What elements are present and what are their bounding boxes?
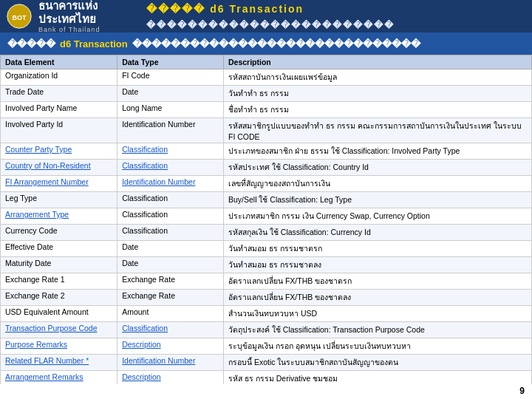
cell-type: Amount xyxy=(117,306,224,322)
cell-type: Classification xyxy=(117,160,224,176)
cell-element: Exchange Rate 1 xyxy=(1,273,117,290)
cell-element: Country of Non-Resident xyxy=(1,160,117,176)
cell-type: Date xyxy=(117,257,224,273)
col-header-element: Data Element xyxy=(1,55,117,69)
table-row: Effective DateDateวันทำสมอม ธร กรรมชาตรก xyxy=(1,241,532,257)
slide-title-prefix: ����� xyxy=(7,38,55,50)
table-row: Country of Non-ResidentClassificationรหั… xyxy=(1,160,532,176)
table-row: Involved Party NameLong Nameชื่อทำทำ ธร … xyxy=(1,102,532,118)
page-header: BOT ธนาคารแห่งประเทศไทย Bank of Thailand… xyxy=(0,0,532,33)
cell-element: Transaction Purpose Code xyxy=(1,322,117,338)
table-row: Maturity DateDateวันทำสมอม ธร กรรมชาตลง xyxy=(1,257,532,273)
cell-description: ประเภทของสมาชิก ฝ่าย ธรรม ใช้ Classifica… xyxy=(223,143,531,160)
table-row: Transaction Purpose CodeClassificationวั… xyxy=(1,322,532,338)
cell-description: รหัสสกุลเงิน ใช้ Classification: Currenc… xyxy=(223,225,531,241)
col-header-description: Description xyxy=(223,55,531,69)
cell-description: รหัสสถาบันการเงินเผยแพร่ข้อมูล xyxy=(223,69,531,86)
cell-element: Involved Party Id xyxy=(1,118,117,143)
cell-type: Date xyxy=(117,86,224,102)
cell-type: Date xyxy=(117,241,224,257)
table-row: Counter Party TypeClassificationประเภทขอ… xyxy=(1,143,532,160)
table-row: Leg TypeClassificationBuy/Sell ใช้ Class… xyxy=(1,192,532,208)
cell-description: วันทำสมอม ธร กรรมชาตรก xyxy=(223,241,531,257)
table-row: Purpose RemarksDescriptionระบุข้อมูลเงิน… xyxy=(1,338,532,355)
page-footer: 9 xyxy=(519,386,525,396)
bank-logo: BOT xyxy=(6,3,33,30)
slide-title-bar: ����� d6 Transaction �������������������… xyxy=(0,33,532,55)
cell-element: Effective Date xyxy=(1,241,117,257)
cell-element: Involved Party Name xyxy=(1,102,117,118)
main-table-container: Data Element Data Type Description Organ… xyxy=(0,55,532,384)
header-title-extra: ������������������������ xyxy=(146,20,395,30)
header-title-text: ����� d6 Transaction xyxy=(146,3,304,15)
cell-description: อัตราแลกเปลี่ยน FX/THB ของชาตรก xyxy=(223,273,531,290)
header-bank-name-th: ธนาคารแห่งประเทศไทย xyxy=(38,0,146,26)
col-header-type: Data Type xyxy=(117,55,224,69)
cell-type: Classification xyxy=(117,225,224,241)
cell-element: Counter Party Type xyxy=(1,143,117,160)
cell-element: Trade Date xyxy=(1,86,117,102)
cell-description: รหัส ธร กรรม Derivative ชมชอม xyxy=(223,371,531,385)
cell-description: สำนวนเงินทบทวบหา USD xyxy=(223,306,531,322)
cell-type: Description xyxy=(117,371,224,385)
cell-element: Exchange Rate 2 xyxy=(1,290,117,306)
cell-element: Arrangement Remarks xyxy=(1,371,117,385)
table-row: USD Equivalent AmountAmountสำนวนเงินทบทว… xyxy=(1,306,532,322)
cell-element: Leg Type xyxy=(1,192,117,208)
header-bank-info: ธนาคารแห่งประเทศไทย Bank of Thailand xyxy=(38,0,146,33)
cell-description: วันทำสมอม ธร กรรมชาตลง xyxy=(223,257,531,273)
cell-type: Classification xyxy=(117,208,224,225)
table-row: Exchange Rate 2Exchange Rateอัตราแลกเปลี… xyxy=(1,290,532,306)
cell-type: Identification Number xyxy=(117,176,224,192)
cell-element: Maturity Date xyxy=(1,257,117,273)
cell-description: รหัสสมาชิกรูปแบบของทำทำ ธร กรรม คณะกรรมก… xyxy=(223,118,531,143)
svg-text:BOT: BOT xyxy=(13,14,27,21)
table-row: Arrangement RemarksDescriptionรหัส ธร กร… xyxy=(1,371,532,385)
cell-element: Organization Id xyxy=(1,69,117,86)
cell-element: Purpose Remarks xyxy=(1,338,117,355)
cell-description: อัตราแลกเปลี่ยน FX/THB ของชาตลง xyxy=(223,290,531,306)
cell-type: Classification xyxy=(117,322,224,338)
cell-element: USD Equivalent Amount xyxy=(1,306,117,322)
table-row: FI Arrangement NumberIdentification Numb… xyxy=(1,176,532,192)
table-row: Related FLAR Number *Identification Numb… xyxy=(1,355,532,371)
table-row: Currency CodeClassificationรหัสสกุลเงิน … xyxy=(1,225,532,241)
slide-title-main: d6 Transaction xyxy=(60,38,128,50)
table-body: Organization IdFI Codeรหัสสถาบันการเงินเ… xyxy=(1,69,532,385)
table-row: Arrangement TypeClassificationประเภทสมาช… xyxy=(1,208,532,225)
header-bank-name-en: Bank of Thailand xyxy=(38,26,146,33)
cell-element: Related FLAR Number * xyxy=(1,355,117,371)
table-row: Trade DateDateวันทำทำ ธร กรรม xyxy=(1,86,532,102)
cell-element: Arrangement Type xyxy=(1,208,117,225)
table-row: Exchange Rate 1Exchange Rateอัตราแลกเปลี… xyxy=(1,273,532,290)
cell-type: Classification xyxy=(117,143,224,160)
table-header-row: Data Element Data Type Description xyxy=(1,55,532,69)
cell-element: FI Arrangement Number xyxy=(1,176,117,192)
cell-type: Identification Number xyxy=(117,118,224,143)
cell-description: ระบุข้อมูลเงิน กรอก อุดหนุน เปลี่ยนระบบเ… xyxy=(223,338,531,355)
cell-description: วัตถุประสงค์ ใช้ Classification: Transac… xyxy=(223,322,531,338)
cell-type: Exchange Rate xyxy=(117,273,224,290)
cell-description: เลขที่สัญญาของสถาบันการเงิน xyxy=(223,176,531,192)
header-decorative-title: ����� d6 Transaction �������������������… xyxy=(146,1,526,32)
cell-type: Description xyxy=(117,338,224,355)
cell-type: Classification xyxy=(117,192,224,208)
cell-type: Long Name xyxy=(117,102,224,118)
data-elements-table: Data Element Data Type Description Organ… xyxy=(0,55,532,384)
cell-description: ชื่อทำทำ ธร กรรม xyxy=(223,102,531,118)
cell-description: ประเภทสมาชิก กรรม เงิน Currency Swap, Cu… xyxy=(223,208,531,225)
table-row: Organization IdFI Codeรหัสสถาบันการเงินเ… xyxy=(1,69,532,86)
cell-type: Identification Number xyxy=(117,355,224,371)
cell-element: Currency Code xyxy=(1,225,117,241)
cell-description: รหัสประเทศ ใช้ Classification: Country I… xyxy=(223,160,531,176)
slide-title-suffix: ������������������������������ xyxy=(132,38,420,50)
page-number: 9 xyxy=(519,386,525,396)
cell-description: วันทำทำ ธร กรรม xyxy=(223,86,531,102)
cell-type: FI Code xyxy=(117,69,224,86)
cell-description: กรอบนี้ Exotic ในระบบสมาชิกสถาบันสัญญาขอ… xyxy=(223,355,531,371)
table-row: Involved Party IdIdentification Numberรห… xyxy=(1,118,532,143)
cell-type: Exchange Rate xyxy=(117,290,224,306)
cell-description: Buy/Sell ใช้ Classification: Leg Type xyxy=(223,192,531,208)
